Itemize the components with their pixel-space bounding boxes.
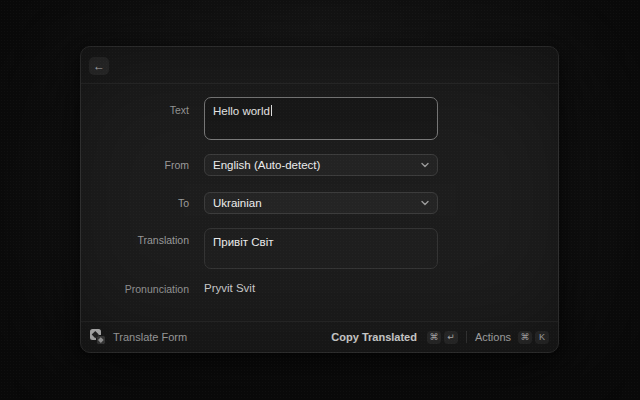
k-key-icon: K	[535, 331, 549, 344]
from-field-label: From	[81, 159, 189, 171]
command-name: Translate Form	[113, 331, 187, 343]
text-input[interactable]: Hello world	[204, 97, 438, 140]
translate-form-icon	[90, 329, 106, 345]
arrow-left-icon: ←	[93, 60, 105, 72]
text-caret	[271, 105, 272, 116]
back-button[interactable]: ←	[89, 57, 109, 75]
chevron-down-icon	[421, 200, 429, 206]
translate-form-window: ← Text Hello world From English (Auto-de…	[80, 46, 559, 353]
to-language-dropdown[interactable]: Ukrainian	[204, 192, 438, 214]
window-header: ←	[81, 47, 558, 84]
command-key-icon: ⌘	[427, 331, 441, 344]
pronunciation-value: Pryvit Svit	[204, 282, 255, 294]
command-key-icon: ⌘	[518, 331, 532, 344]
actions-menu-button[interactable]: Actions	[475, 331, 511, 343]
pronunciation-field-label: Pronunciation	[81, 283, 189, 295]
copy-translated-button[interactable]: Copy Translated	[331, 331, 417, 343]
from-language-dropdown[interactable]: English (Auto-detect)	[204, 154, 438, 176]
translation-field-label: Translation	[81, 234, 189, 246]
to-field-label: To	[81, 197, 189, 209]
chevron-down-icon	[421, 162, 429, 168]
to-language-value: Ukrainian	[213, 197, 262, 209]
text-input-value: Hello world	[213, 105, 270, 117]
from-language-value: English (Auto-detect)	[213, 159, 320, 171]
translation-output[interactable]: Привіт Світ	[204, 228, 438, 269]
window-footer: Translate Form Copy Translated ⌘ ↵ Actio…	[81, 321, 558, 352]
footer-separator	[466, 331, 467, 343]
footer-actions: Copy Translated ⌘ ↵ Actions ⌘ K	[331, 331, 549, 344]
return-key-icon: ↵	[444, 331, 458, 344]
translation-output-value: Привіт Світ	[213, 236, 273, 248]
text-field-label: Text	[81, 104, 189, 116]
